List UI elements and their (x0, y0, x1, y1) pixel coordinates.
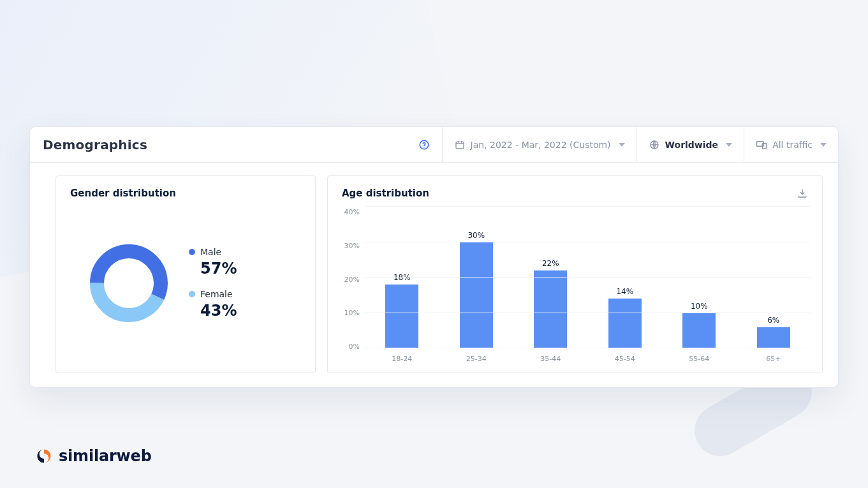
grid-line (365, 242, 811, 242)
y-tick: 0% (339, 343, 360, 351)
legend-female: Female 43% (189, 289, 237, 320)
brand-name: similarweb (59, 447, 152, 465)
bar-value-label: 22% (542, 259, 559, 268)
legend-female-label: Female (200, 289, 233, 299)
bar-col: 10% (662, 207, 737, 348)
page-title: Demographics (43, 137, 406, 152)
bar (534, 270, 567, 348)
legend-dot-female (189, 291, 195, 297)
y-axis: 40%30%20%10%0% (339, 207, 365, 362)
card-header: Demographics Jan, 2022 - Mar, 2022 (Cust… (30, 127, 838, 163)
legend-male: Male 57% (189, 247, 237, 277)
bar (608, 299, 642, 348)
download-button[interactable] (797, 188, 808, 199)
bar-col: 30% (439, 207, 514, 348)
bar-value-label: 6% (767, 316, 779, 325)
svg-rect-2 (456, 142, 464, 149)
gender-panel-title: Gender distribution (70, 188, 176, 199)
legend-female-value: 43% (189, 302, 237, 320)
bar-value-label: 18% (394, 273, 411, 282)
legend-dot-male (189, 249, 195, 255)
bar (460, 242, 493, 349)
y-tick: 10% (339, 309, 360, 317)
x-tick: 55-64 (662, 355, 737, 362)
age-distribution-panel: Age distribution 40%30%20%10%0% 18%30%22… (327, 175, 823, 373)
gender-panel-body: Male 57% Female 43% (56, 203, 315, 373)
legend-male-value: 57% (189, 260, 237, 277)
chevron-down-icon (820, 143, 827, 147)
bar-value-label: 14% (616, 287, 633, 296)
y-tick: 40% (339, 208, 360, 216)
bar (757, 327, 790, 348)
calendar-icon (454, 139, 466, 151)
bar (385, 285, 418, 348)
y-tick: 30% (339, 242, 360, 250)
grid-line (365, 348, 811, 348)
bar-value-label: 30% (467, 231, 485, 240)
header-controls: Jan, 2022 - Mar, 2022 (Custom) Worldwide… (406, 127, 838, 162)
chevron-down-icon (619, 143, 625, 147)
x-axis: 18-2425-3435-4445-5455-6465+ (365, 348, 811, 362)
grid-line (365, 277, 811, 277)
card-body: Gender distribution Male 57% (30, 163, 838, 387)
traffic-label: All traffic (772, 140, 813, 150)
bar-group: 18%30%22%14%10%6% (365, 207, 811, 348)
x-tick: 65+ (737, 355, 811, 362)
chevron-down-icon (726, 143, 732, 147)
region-label: Worldwide (665, 140, 719, 150)
age-bar-chart: 40%30%20%10%0% 18%30%22%14%10%6% 18-2425… (339, 207, 811, 362)
globe-icon (649, 139, 660, 151)
x-tick: 18-24 (365, 355, 439, 362)
x-tick: 25-34 (439, 355, 514, 362)
legend-male-label: Male (200, 247, 221, 257)
gender-donut-chart (87, 241, 171, 325)
bar-col: 6% (737, 207, 811, 348)
svg-point-1 (423, 147, 425, 148)
help-button[interactable] (406, 127, 442, 162)
age-panel-body: 40%30%20%10%0% 18%30%22%14%10%6% 18-2425… (328, 203, 822, 373)
similarweb-logo-icon (36, 448, 52, 464)
devices-icon (756, 139, 767, 151)
gender-distribution-panel: Gender distribution Male 57% (55, 175, 316, 373)
download-icon (797, 188, 808, 199)
gender-legend: Male 57% Female 43% (189, 247, 237, 320)
region-selector[interactable]: Worldwide (636, 127, 744, 162)
grid-line (365, 313, 811, 313)
x-tick: 45-54 (588, 355, 663, 362)
help-icon (418, 139, 430, 151)
date-range-label: Jan, 2022 - Mar, 2022 (Custom) (471, 140, 611, 150)
age-panel-title: Age distribution (342, 188, 429, 199)
bar-value-label: 10% (691, 302, 708, 311)
bar-col: 22% (513, 207, 588, 348)
bar (682, 313, 716, 349)
y-tick: 20% (339, 276, 360, 284)
x-tick: 35-44 (513, 355, 588, 362)
brand-logo: similarweb (36, 447, 152, 465)
demographics-card: Demographics Jan, 2022 - Mar, 2022 (Cust… (29, 126, 839, 388)
bar-plot-area: 18%30%22%14%10%6% (365, 207, 811, 348)
bar-col: 18% (365, 207, 439, 348)
traffic-selector[interactable]: All traffic (744, 127, 838, 162)
bar-col: 14% (588, 207, 663, 348)
date-range-selector[interactable]: Jan, 2022 - Mar, 2022 (Custom) (442, 127, 636, 162)
grid-line (365, 206, 811, 207)
